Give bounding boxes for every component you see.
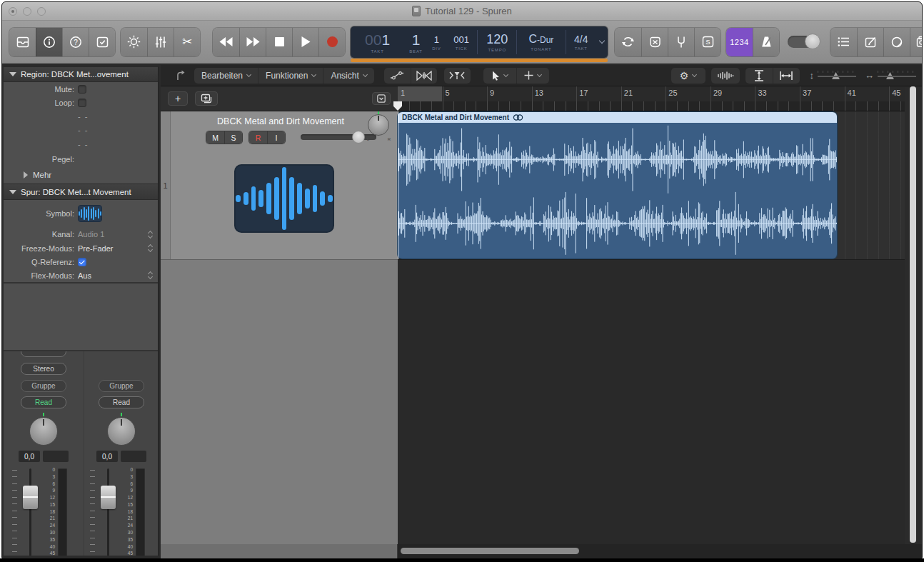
track-flex-row[interactable]: Flex-Modus: Aus bbox=[4, 269, 158, 283]
lcd-display[interactable]: 001 TAKT 1 BEAT 1 DIV 001 TICK 120 TEMPO bbox=[351, 26, 608, 58]
menu-ansicht[interactable]: Ansicht bbox=[323, 68, 373, 84]
flex-icon[interactable] bbox=[411, 68, 437, 84]
toggle-knob[interactable] bbox=[805, 34, 820, 49]
peak-value[interactable] bbox=[121, 451, 146, 462]
track-record-button[interactable]: R bbox=[249, 131, 267, 144]
track-waveform-icon[interactable] bbox=[78, 205, 102, 222]
master-volume-toggle[interactable] bbox=[788, 36, 819, 48]
mute-checkbox[interactable] bbox=[78, 85, 86, 94]
empty-timeline-area[interactable] bbox=[398, 260, 905, 544]
slider-thumb[interactable] bbox=[886, 72, 894, 79]
track-name[interactable]: DBCK Metal and Dirt Movement bbox=[206, 116, 355, 126]
rewind-button[interactable] bbox=[213, 28, 239, 56]
format-button[interactable]: Stereo bbox=[21, 363, 66, 375]
track-header[interactable]: 1 DBCK Metal and Dirt Movement M S R I L… bbox=[161, 111, 398, 260]
track-volume-slider[interactable] bbox=[301, 134, 376, 140]
stepper-icon[interactable] bbox=[149, 231, 152, 238]
strip-setting-button[interactable] bbox=[21, 350, 66, 357]
volume-value[interactable]: 0,0 bbox=[96, 451, 118, 462]
close-window-button[interactable] bbox=[9, 7, 17, 16]
gear-dropdown[interactable]: ⚙ bbox=[671, 68, 705, 84]
automation-mode-button[interactable]: Read bbox=[99, 396, 144, 408]
group-button[interactable]: Gruppe bbox=[21, 380, 66, 392]
scrollbar-thumb[interactable] bbox=[401, 548, 579, 554]
audio-region[interactable]: DBCK Metal and Dirt Movement bbox=[398, 112, 837, 259]
menu-funktionen[interactable]: Funktionen bbox=[258, 68, 323, 84]
vertical-scrollbar[interactable] bbox=[910, 86, 916, 543]
duplicate-track-button[interactable] bbox=[195, 91, 218, 106]
list-editors-icon[interactable] bbox=[830, 28, 857, 56]
cycle-icon[interactable] bbox=[615, 28, 641, 56]
inspector-toggle-icon[interactable] bbox=[36, 28, 62, 56]
region-header[interactable]: DBCK Metal and Dirt Movement bbox=[398, 112, 837, 123]
pointer-tool-dropdown[interactable] bbox=[483, 68, 516, 84]
track-mute-button[interactable]: M bbox=[206, 131, 224, 144]
crosshair-tool-dropdown[interactable] bbox=[516, 68, 549, 84]
stop-button[interactable] bbox=[266, 28, 292, 56]
pan-knob[interactable] bbox=[107, 417, 136, 446]
pan-knob[interactable] bbox=[29, 417, 58, 446]
volume-fader[interactable]: 03691215182124303540455060 bbox=[90, 467, 156, 556]
region-inspector-header[interactable]: Region: DBCK Met...ovement bbox=[4, 66, 158, 82]
quick-help-icon[interactable]: ? bbox=[62, 28, 89, 56]
slider-knob[interactable] bbox=[352, 131, 365, 144]
smart-controls-icon[interactable] bbox=[121, 28, 147, 56]
volume-value[interactable]: 0,0 bbox=[19, 451, 40, 462]
horizontal-auto-zoom-icon[interactable] bbox=[773, 68, 800, 84]
forward-button[interactable] bbox=[239, 28, 266, 56]
region-more-row[interactable]: Mehr bbox=[4, 166, 158, 184]
track-kanal-row[interactable]: Kanal: Audio 1 bbox=[4, 227, 158, 241]
peak-value[interactable] bbox=[43, 451, 69, 462]
menu-bearbeiten[interactable]: Bearbeiten bbox=[194, 68, 258, 84]
qref-checkbox[interactable] bbox=[78, 258, 86, 266]
catch-playhead-icon[interactable] bbox=[444, 68, 471, 84]
metronome-icon[interactable] bbox=[753, 28, 779, 56]
vertical-zoom-slider[interactable]: ↕ bbox=[810, 70, 857, 81]
stepper-icon[interactable] bbox=[149, 272, 152, 279]
horizontal-scrollbar[interactable] bbox=[398, 544, 922, 558]
library-icon[interactable] bbox=[9, 28, 36, 56]
lcd-tick-label: TICK bbox=[456, 46, 468, 51]
vertical-auto-zoom-icon[interactable] bbox=[745, 68, 773, 84]
slider-thumb[interactable] bbox=[832, 72, 840, 79]
track-header-config-button[interactable] bbox=[372, 92, 391, 105]
mixer-icon[interactable] bbox=[147, 28, 174, 56]
track-pan-knob[interactable] bbox=[368, 114, 389, 136]
record-button[interactable] bbox=[318, 28, 345, 56]
track-lane[interactable]: DBCK Metal and Dirt Movement bbox=[398, 111, 905, 260]
volume-fader[interactable]: 03691215182124303540455060 bbox=[12, 467, 78, 556]
scissors-icon[interactable]: ✂ bbox=[174, 28, 200, 56]
zoom-window-button[interactable] bbox=[37, 7, 46, 16]
track-inspector-header[interactable]: Spur: DBCK Met...t Movement bbox=[4, 184, 158, 200]
note-pads-icon[interactable] bbox=[857, 28, 883, 56]
bar-ruler[interactable]: 159131721252933374145 bbox=[398, 86, 905, 101]
lcd-chevron-down-icon[interactable] bbox=[596, 26, 608, 58]
loop-checkbox[interactable] bbox=[78, 99, 86, 107]
fader-thumb[interactable] bbox=[101, 486, 116, 509]
solo-mode-icon[interactable]: S bbox=[694, 28, 720, 56]
group-button[interactable]: Gruppe bbox=[99, 380, 144, 392]
toolbar-toggle-icon[interactable] bbox=[89, 28, 115, 56]
add-track-button[interactable]: + bbox=[168, 91, 188, 106]
automation-icon[interactable] bbox=[384, 68, 411, 84]
autopunch-icon[interactable] bbox=[641, 28, 668, 56]
empty-track-list-area[interactable] bbox=[161, 260, 398, 544]
apple-loops-icon[interactable] bbox=[883, 28, 910, 56]
tuner-icon[interactable] bbox=[668, 28, 694, 56]
ruler-ticks[interactable] bbox=[398, 101, 905, 111]
media-browser-icon[interactable] bbox=[910, 28, 923, 56]
play-button[interactable] bbox=[292, 28, 318, 56]
track-freeze-row[interactable]: Freeze-Modus: Pre-Fader bbox=[4, 241, 158, 255]
track-solo-button[interactable]: S bbox=[224, 131, 242, 144]
automation-mode-button[interactable]: Read bbox=[21, 396, 66, 408]
back-arrow-icon[interactable] bbox=[166, 68, 193, 84]
count-in-button[interactable]: 1234 bbox=[726, 28, 753, 56]
stepper-icon[interactable] bbox=[149, 245, 152, 251]
region-empty-row: - - bbox=[4, 109, 158, 123]
waveform-zoom-icon[interactable] bbox=[711, 68, 740, 84]
minimize-window-button[interactable] bbox=[23, 7, 31, 16]
fader-thumb[interactable] bbox=[23, 486, 38, 509]
track-input-button[interactable]: I bbox=[267, 131, 285, 144]
track-icon-waveform[interactable] bbox=[234, 164, 334, 233]
horizontal-zoom-slider[interactable]: ↔ bbox=[865, 70, 916, 81]
